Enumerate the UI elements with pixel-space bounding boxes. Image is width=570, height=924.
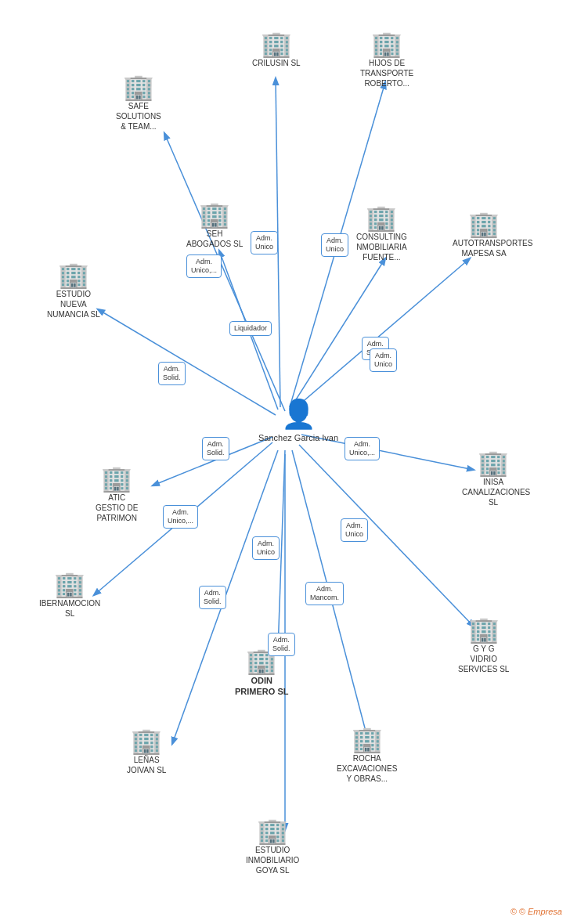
badge-adm-unico-5: Adm.Unico,... [345, 437, 380, 460]
building-icon: 🏢 [371, 31, 402, 56]
node-label: G Y GVIDRIOSERVICES SL [458, 644, 509, 674]
badge-adm-unico-1: Adm.Unico,... [186, 254, 222, 278]
badge-adm-unico-6: Adm.Unico,... [163, 505, 198, 529]
building-icon: 🏢 [468, 617, 500, 642]
building-icon: 🏢 [101, 466, 132, 491]
node-label: ESTUDIOINMOBILIARIOGOYA SL [246, 845, 299, 875]
badge-adm-solid-4: Adm.Solid. [199, 586, 226, 609]
badge-adm-solid-3: Adm.Solid. [202, 437, 229, 460]
badge-adm-mancom: Adm.Mancom. [305, 582, 344, 605]
building-icon: 🏢 [131, 728, 162, 753]
node-label: ESTUDIONUEVANUMANCIA SL [47, 289, 100, 319]
badge-adm-unico-4: Adm.Unico [370, 348, 397, 372]
node-seh-abogados: 🏢 SEHABOGADOS SL [186, 202, 243, 249]
watermark: © © Empresa [510, 907, 562, 916]
person-icon: 👤 [281, 398, 316, 431]
node-consulting: 🏢 CONSULTINGNMOBILIARIAFUENTE... [356, 205, 407, 262]
node-label: ATICGESTIO DEPATRIMON [96, 493, 138, 523]
brand-name: © Empresa [519, 907, 562, 916]
badge-adm-unico-8: Adm.Unico [341, 518, 368, 542]
building-icon: 🏢 [352, 727, 383, 752]
building-icon: 🏢 [261, 31, 292, 56]
building-icon: 🏢 [199, 202, 230, 227]
building-icon: 🏢 [54, 572, 85, 597]
node-rocha: 🏢 ROCHAEXCAVACIONESY OBRAS... [337, 727, 397, 784]
badge-adm-solid-1: Adm.Solid. [158, 362, 186, 385]
node-inisa: 🏢 INISACANALIZACIONESSL [462, 450, 525, 507]
svg-line-5 [294, 258, 470, 410]
node-crilusin: 🏢 CRILUSIN SL [252, 31, 301, 68]
badge-adm-unico-2: Adm.Unico [251, 231, 278, 254]
node-safe-solutions: 🏢 SAFESOLUTIONS& TEAM... [116, 74, 161, 132]
node-atic-gestio: 🏢 ATICGESTIO DEPATRIMON [96, 466, 138, 523]
node-ibernamocion: 🏢 IBERNAMOCIONSL [39, 572, 100, 619]
node-autotransportes: 🏢 AUTOTRANSPORTESMAPESA SA [453, 211, 515, 258]
building-icon: 🏢 [58, 262, 89, 287]
node-estudio-inmob: 🏢 ESTUDIOINMOBILIARIOGOYA SL [246, 818, 299, 875]
node-label: CRILUSIN SL [252, 58, 301, 68]
node-label: AUTOTRANSPORTESMAPESA SA [453, 238, 515, 258]
center-person: 👤 Sanchez Garcia Ivan [258, 398, 338, 443]
node-label: CONSULTINGNMOBILIARIAFUENTE... [356, 232, 407, 262]
node-gyg-vidrio: 🏢 G Y GVIDRIOSERVICES SL [458, 617, 509, 674]
badge-adm-unico-3: Adm.Unico [321, 233, 348, 257]
node-estudio-nueva: 🏢 ESTUDIONUEVANUMANCIA SL [47, 262, 100, 319]
node-hijos-transporte: 🏢 HIJOS DETRANSPORTEROBERTO... [360, 31, 413, 88]
building-icon: 🏢 [478, 450, 509, 475]
copyright-symbol: © [510, 907, 517, 916]
badge-liquidador: Liquidador [229, 321, 272, 336]
building-icon: 🏢 [366, 205, 397, 230]
node-label: SEHABOGADOS SL [186, 229, 243, 249]
svg-line-4 [290, 258, 385, 410]
building-icon: 🏢 [123, 74, 154, 99]
node-label: ROCHAEXCAVACIONESY OBRAS... [337, 753, 397, 784]
node-lenas-joivan: 🏢 LEÑASJOIVAN SL [127, 728, 166, 775]
building-icon: 🏢 [257, 818, 288, 843]
badge-adm-solid-5: Adm.Solid. [268, 633, 295, 656]
building-icon: 🏢 [468, 211, 500, 236]
node-label: ODINPRIMERO SL [235, 675, 288, 698]
node-label: INISACANALIZACIONESSL [462, 477, 525, 507]
node-label: IBERNAMOCIONSL [39, 598, 100, 619]
node-label: LEÑASJOIVAN SL [127, 755, 166, 775]
graph-container: 👤 Sanchez Garcia Ivan 🏢 SAFESOLUTIONS& T… [0, 0, 570, 924]
node-label: SAFESOLUTIONS& TEAM... [116, 101, 161, 132]
badge-adm-unico-7: Adm.Unico [252, 536, 280, 560]
node-label: HIJOS DETRANSPORTEROBERTO... [360, 58, 413, 88]
person-label: Sanchez Garcia Ivan [258, 432, 338, 443]
